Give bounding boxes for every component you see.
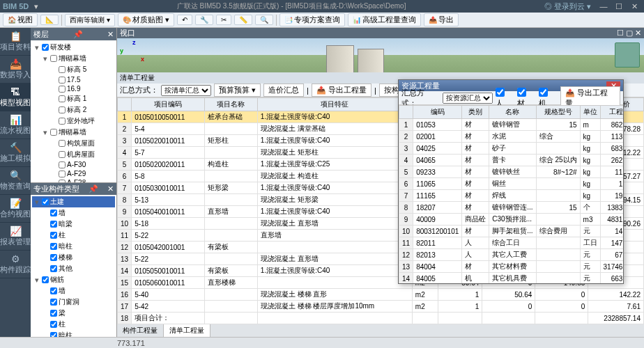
view-button[interactable]: 🏠 视图: [3, 13, 38, 26]
view-cube[interactable]: [615, 42, 640, 68]
special-query-button[interactable]: 📑 专项方案查询: [279, 13, 345, 26]
tree-node[interactable]: 柱: [32, 319, 115, 330]
tree-node[interactable]: 墙: [32, 207, 115, 219]
tool-icon-4[interactable]: ✂: [216, 15, 231, 25]
table-row[interactable]: 940009商品砼C30预拌混...m34831.7134101981002.3…: [399, 214, 624, 226]
table-row[interactable]: 1282013人其它人工费元67.628167.63: [399, 249, 624, 261]
left-nav: 📋项目资料📥数据导入🏗模型视图📊流水视图🔨施工模拟🔍物资查询📝合约视图📈报表管理…: [0, 28, 31, 337]
tree-node[interactable]: 墙: [32, 285, 115, 296]
tree-node[interactable]: 暗梁: [32, 219, 115, 230]
export-button[interactable]: 📤 导出: [424, 13, 459, 26]
type-panel-header: 专业构件类型 📌 ✕: [31, 182, 116, 195]
tree-node[interactable]: A-F29: [32, 169, 115, 178]
tree-node[interactable]: 机房屋面: [32, 149, 115, 160]
status-bar: 773.171: [0, 337, 644, 348]
nav-物资查询[interactable]: 🔍物资查询: [0, 167, 31, 195]
minimize-button[interactable]: —: [597, 1, 611, 11]
budget-select[interactable]: 预算预算 ▾: [214, 84, 261, 97]
status-coord: 773.171: [117, 339, 145, 347]
tree-node[interactable]: 16.9: [32, 84, 115, 93]
tree-node[interactable]: 门窗洞: [32, 296, 115, 308]
viewport-controls[interactable]: ☐ ▢ ✕: [617, 29, 641, 38]
table-row[interactable]: 711165材焊线kg19.4434.6790.8: [399, 190, 624, 202]
user-menu[interactable]: ◎ 登录到云 ▾: [544, 1, 591, 12]
summary-mode-select[interactable]: 按清单汇总: [161, 85, 211, 96]
tool-icon-5[interactable]: 📏: [234, 15, 252, 25]
qty-tabs: 构件工程量 清单工程量: [117, 324, 644, 337]
app-logo: BIM 5D: [3, 2, 29, 10]
table-row[interactable]: 18项目合计：2328857.14: [118, 313, 644, 324]
tree-node[interactable]: ▾土建: [32, 196, 115, 207]
type-tree[interactable]: ▾土建墙暗梁柱暗柱楼梯其他▾钢筋墙门窗洞梁柱暗柱其他▾给排水管道(水)阀门法兰(…: [31, 195, 116, 337]
pin-icon[interactable]: 📌: [89, 184, 98, 193]
table-row[interactable]: 818207材镀锌钢管连...15个1383.8410.52719.6: [399, 202, 624, 214]
nav-合约视图[interactable]: 📝合约视图: [0, 195, 31, 223]
tree-node[interactable]: 室外地坪: [32, 116, 115, 127]
tool-icon-1[interactable]: 📐: [40, 15, 59, 25]
table-row[interactable]: 611065材铜丝kg11.657.486.21: [399, 178, 624, 190]
close-button[interactable]: ✕: [627, 1, 641, 11]
tree-node[interactable]: 标高 5: [32, 64, 115, 75]
tool-icon-6[interactable]: 🔍: [255, 15, 273, 25]
tree-node[interactable]: 其他: [32, 263, 115, 274]
resource-summary-select[interactable]: 按资源汇总: [443, 93, 493, 104]
tree-node[interactable]: 楼梯: [32, 252, 115, 263]
table-row[interactable]: 101053材镀锌钢管15m862.2593.993440.41: [399, 119, 624, 131]
panel-close-icon[interactable]: ✕: [107, 184, 114, 193]
table-row[interactable]: 404065材普卡综合 25以内kg262.0590.45117.93: [399, 155, 624, 166]
window-title: 广联达 BIM5D 3.5旗舰版(正式版) - [BIM5D项目集成-D:\Wo…: [38, 1, 544, 11]
table-row[interactable]: 304025材砂子kg683.0440.0427.32: [399, 143, 624, 155]
tool-icon-2[interactable]: ↶: [177, 15, 192, 25]
nav-施工模拟[interactable]: 🔨施工模拟: [0, 139, 31, 167]
tab-list-qty[interactable]: 清单工程量: [164, 324, 210, 337]
3d-viewport[interactable]: y z x: [117, 38, 644, 72]
title-bar: BIM 5D ▾ 广联达 BIM5D 3.5旗舰版(正式版) - [BIM5D项…: [0, 0, 644, 13]
material-button[interactable]: 🎨 材质贴图 ▾: [118, 13, 174, 26]
tree-node[interactable]: 标高 1: [32, 93, 115, 104]
nav-构件跟踪[interactable]: ⚙构件跟踪: [0, 251, 31, 278]
export-qty-button[interactable]: 📤 导出工程量: [312, 84, 371, 97]
floor-tree[interactable]: ▾研发楼▾增砌幕墙标高 517.516.9标高 1标高 2室外地坪▾增砌幕墙构筑…: [31, 40, 116, 182]
pin-icon[interactable]: 📌: [73, 30, 83, 39]
tree-node[interactable]: 梁: [32, 308, 115, 319]
tree-node[interactable]: 标高 2: [32, 104, 115, 116]
floor-panel-header: 楼层 📌 ✕: [31, 28, 116, 40]
tree-node[interactable]: ▾钢筋: [32, 274, 115, 285]
nav-数据导入[interactable]: 📥数据导入: [0, 56, 31, 84]
tree-node[interactable]: ▾研发楼: [32, 42, 115, 53]
table-row[interactable]: 165-40现浇混凝土 楼梯 直形m2150.640142.22: [118, 289, 644, 301]
table-row[interactable]: 1484005机其它机具费元663.8481663.85: [399, 273, 624, 284]
tab-component-qty[interactable]: 构件工程量: [117, 324, 164, 337]
viewport-header: 视口 ☐ ▢ ✕: [117, 28, 644, 38]
tree-node[interactable]: 暗柱: [32, 330, 115, 337]
nav-流水视图[interactable]: 📊流水视图: [0, 111, 31, 139]
table-row[interactable]: 1182011人综合工日工日147.09132.534784.88: [399, 237, 624, 249]
axis-select[interactable]: 西南等轴测 ▾: [65, 14, 115, 26]
main-toolbar: 🏠 视图 📐 西南等轴测 ▾ 🎨 材质贴图 ▾ ↶ 🔧 ✂ 📏 🔍 📑 专项方案…: [0, 13, 644, 28]
resource-floating-panel[interactable]: 资源工程量 ✕ 汇总方式： 按资源汇总 人 材 机 📤 导出工程量 编码类别名称…: [398, 79, 624, 284]
tree-node[interactable]: A-F30: [32, 160, 115, 169]
tree-node[interactable]: ▾增砌幕墙: [32, 127, 115, 138]
tree-node[interactable]: 17.5: [32, 75, 115, 84]
advanced-query-button[interactable]: 📊 高级工程量查询: [348, 13, 421, 26]
table-row[interactable]: 1080031200101材脚手架租赁...综合费用元14.5644806990…: [399, 226, 624, 237]
floor-tree-panel: 楼层 📌 ✕ ▾研发楼▾增砌幕墙标高 517.516.9标高 1标高 2室外地坪…: [31, 28, 117, 337]
maximize-button[interactable]: ☐: [612, 1, 626, 11]
nav-模型视图[interactable]: 🏗模型视图: [0, 84, 31, 111]
tree-node[interactable]: 构筑屋面: [32, 138, 115, 149]
nav-报表管理[interactable]: 📈报表管理: [0, 223, 31, 251]
nav-项目资料[interactable]: 📋项目资料: [0, 28, 31, 56]
cost-summary-button[interactable]: 造价汇总: [263, 84, 304, 97]
resource-table[interactable]: 编码类别名称规格型号单位工程量单价合价(元)101053材镀锌钢管15m862.…: [399, 105, 623, 283]
table-row[interactable]: 175-42现浇混凝土 楼梯 楼层厚度增加10mmm21007.61: [118, 301, 644, 313]
table-row[interactable]: 202001材水泥综合kg113.2770.3741.91: [399, 131, 624, 143]
resource-toolbar: 汇总方式： 按资源汇总 人 材 机 📤 导出工程量: [399, 91, 623, 105]
tree-node[interactable]: 柱: [32, 230, 115, 241]
table-row[interactable]: 509233材镀锌铁丝8#~12#kg11.8353.8545.56: [399, 166, 624, 178]
panel-close-icon[interactable]: ✕: [107, 30, 114, 39]
tree-node[interactable]: 暗柱: [32, 241, 115, 252]
axis-gizmo[interactable]: y z x: [120, 42, 148, 70]
tree-node[interactable]: ▾增砌幕墙: [32, 53, 115, 64]
table-row[interactable]: 1384004材其它材料费元31746.666131746.65: [399, 261, 624, 273]
tool-icon-3[interactable]: 🔧: [195, 15, 213, 25]
